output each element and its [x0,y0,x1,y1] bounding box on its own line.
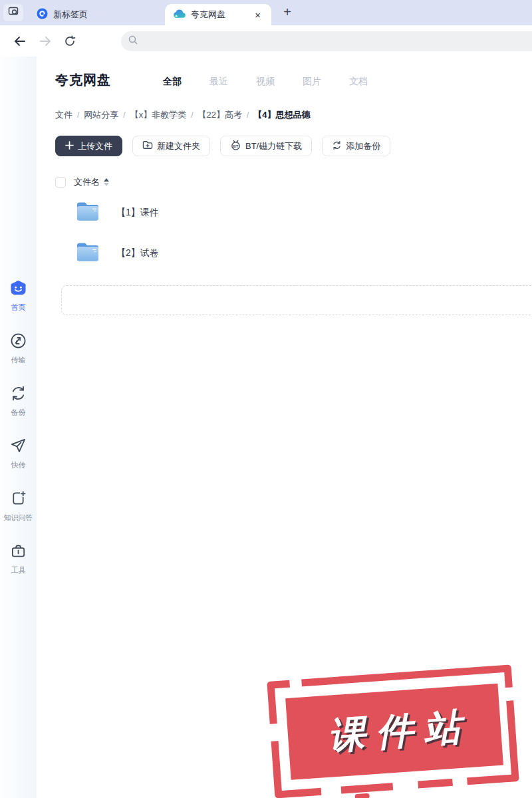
upload-file-button[interactable]: 上传文件 [55,136,122,156]
breadcrumb-separator: / [77,110,79,120]
sidebar-item-knowledge-qa[interactable]: 知识问答 [4,490,33,523]
quark-drive-cloud-icon [173,9,186,21]
breadcrumb-item[interactable]: 网站分享 [84,109,118,121]
breadcrumb-item[interactable]: 【22】高考 [198,109,242,121]
new-tab-button[interactable]: + [279,4,295,20]
quark-browser-logo-icon [37,8,48,21]
back-button[interactable] [13,36,27,47]
select-all-checkbox[interactable] [55,177,66,188]
knowledge-qa-icon [10,490,27,509]
transfer-icon [10,332,27,352]
breadcrumb: 文件 / 网站分享 / 【x】非教学类 / 【22】高考 / 【4】思想品德 [55,109,532,121]
tab-title: 新标签页 [53,9,120,21]
filter-tab-doc[interactable]: 文档 [349,76,368,88]
sidebar-item-quick-send[interactable]: 快传 [10,438,27,470]
sidebar-item-label: 知识问答 [4,513,33,523]
search-icon [128,35,138,48]
browser-tab-new-tab-page[interactable]: 新标签页 [29,4,128,25]
sidebar-item-backup[interactable]: 备份 [10,385,27,418]
breadcrumb-item-current: 【4】思想品德 [253,109,310,121]
bt-magnet-download-button[interactable]: BT BT/磁力链下载 [220,136,312,156]
address-search-bar[interactable] [121,31,532,51]
folder-icon [75,241,100,265]
breadcrumb-item[interactable]: 文件 [55,109,72,121]
breadcrumb-separator: / [123,110,125,120]
plus-icon [65,141,74,152]
filter-tabs: 全部 最近 视频 图片 文档 [135,76,368,88]
upload-dropzone[interactable] [61,285,532,315]
add-backup-button[interactable]: 添加备份 [322,136,390,156]
new-folder-icon [142,140,153,152]
filter-tab-video[interactable]: 视频 [256,76,275,88]
sort-icon[interactable] [104,178,109,186]
quick-send-icon [10,438,27,457]
filter-tab-image[interactable]: 图片 [303,76,321,88]
new-folder-button[interactable]: 新建文件夹 [132,136,210,156]
forward-arrow-icon [39,36,52,47]
left-sidebar: 首页 传输 备份 [0,57,37,798]
refresh-icon [64,35,76,47]
browser-nav-bar [0,25,532,57]
sidebar-item-tools[interactable]: 工具 [10,543,27,575]
filename-column-header[interactable]: 文件名 [74,176,100,188]
refresh-button[interactable] [64,35,76,47]
breadcrumb-separator: / [191,110,193,120]
filter-tab-all[interactable]: 全部 [163,76,182,88]
filter-tab-recent[interactable]: 最近 [209,76,228,88]
browser-tab-bar: 新标签页 夸克网盘 × + [0,0,532,25]
tab-title: 夸克网盘 [191,9,247,21]
tab-close-icon[interactable]: × [252,9,263,21]
sidebar-item-label: 工具 [11,565,26,575]
sidebar-item-label: 首页 [11,303,26,313]
page-title: 夸克网盘 [55,71,111,89]
svg-text:BT: BT [233,144,239,148]
sidebar-item-transfer[interactable]: 传输 [10,332,27,365]
sidebar-item-label: 备份 [11,408,26,418]
add-backup-icon [332,140,342,152]
forward-button[interactable] [39,36,52,47]
file-list-header: 文件名 [55,172,532,192]
tools-icon [10,543,27,562]
back-arrow-icon [13,36,27,47]
breadcrumb-item[interactable]: 【x】非教学类 [130,109,187,121]
sidebar-item-label: 传输 [11,355,26,365]
sidebar-item-home[interactable]: 首页 [9,279,27,313]
folder-icon [75,200,100,225]
browser-tab-quark-drive[interactable]: 夸克网盘 × [165,4,271,25]
home-smiley-icon [9,279,27,299]
folder-name: 【1】课件 [116,207,159,219]
bt-magnet-icon: BT [230,140,241,152]
sidebar-item-label: 快传 [11,460,26,470]
tab-search-icon [8,6,19,19]
backup-sync-icon [10,385,27,404]
action-toolbar: 上传文件 新建文件夹 BT [55,136,532,156]
tab-search-button[interactable] [3,4,23,21]
file-row-folder-1[interactable]: 【1】课件 [55,192,532,233]
drive-main-panel: 夸克网盘 全部 最近 视频 图片 文档 文件 / 网站分享 / 【x】非教学类 … [37,57,532,798]
folder-name: 【2】试卷 [116,247,159,259]
breadcrumb-separator: / [247,110,249,120]
file-row-folder-2[interactable]: 【2】试卷 [55,233,532,273]
